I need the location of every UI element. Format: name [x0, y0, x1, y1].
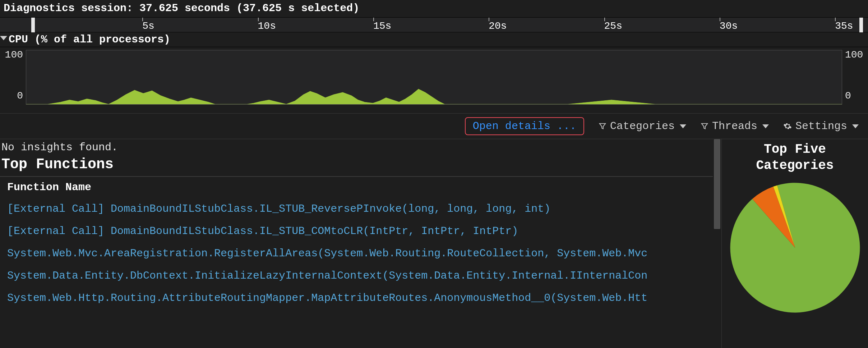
cpu-chart[interactable]: 100 0 100 0: [0, 47, 868, 114]
details-toolbar: Open details ... Categories Threads Sett…: [0, 114, 868, 139]
categories-dropdown[interactable]: Categories: [599, 120, 686, 132]
cpu-y-min-left: 0: [0, 90, 23, 101]
cpu-y-min-right: 0: [845, 90, 868, 101]
cpu-y-max-right: 100: [845, 49, 868, 60]
chevron-down-icon: [680, 124, 686, 128]
timeline-tick: 25s: [604, 18, 622, 32]
categories-label: Categories: [610, 120, 675, 132]
cpu-plot-area[interactable]: [26, 50, 842, 105]
top-categories-pane: Top FiveCategories: [721, 139, 868, 348]
timeline-ruler[interactable]: 5s 10s 15s 20s 25s 30s 35s: [0, 17, 868, 32]
settings-label: Settings: [795, 120, 847, 132]
threads-dropdown[interactable]: Threads: [701, 120, 769, 132]
function-row[interactable]: System.Data.Entity.DbContext.InitializeL…: [0, 265, 713, 287]
top-functions-heading: Top Functions: [0, 154, 713, 177]
cpu-header-label: CPU (% of all processors): [9, 33, 170, 46]
cpu-area-svg: [26, 50, 842, 104]
function-row[interactable]: System.Web.Mvc.AreaRegistration.Register…: [0, 242, 713, 265]
top-categories-pie[interactable]: [727, 179, 863, 316]
filter-icon: [701, 122, 708, 130]
no-insights-text: No insights found.: [0, 139, 713, 154]
settings-dropdown[interactable]: Settings: [783, 120, 859, 132]
top-functions-pane: No insights found. Top Functions Functio…: [0, 139, 713, 348]
chevron-down-icon: [762, 124, 769, 128]
selection-caret-right[interactable]: [859, 18, 863, 33]
filter-icon: [599, 122, 606, 130]
gear-icon: [783, 122, 792, 130]
cpu-section-header[interactable]: CPU (% of all processors): [0, 32, 868, 47]
function-name-column-header[interactable]: Function Name: [0, 177, 713, 198]
function-row[interactable]: System.Web.Http.Routing.AttributeRouting…: [0, 287, 713, 309]
timeline-tick: 5s: [142, 18, 154, 32]
timeline-tick: 20s: [489, 18, 507, 32]
timeline-tick: 10s: [258, 18, 276, 32]
chevron-down-icon[interactable]: [0, 36, 7, 40]
timeline-tick: 30s: [720, 18, 738, 32]
cpu-y-max-left: 100: [0, 49, 23, 60]
top-categories-title: Top FiveCategories: [753, 139, 836, 176]
function-row[interactable]: [External Call] DomainBoundILStubClass.I…: [0, 198, 713, 220]
function-list: [External Call] DomainBoundILStubClass.I…: [0, 198, 713, 309]
timeline-tick: 15s: [373, 18, 391, 32]
top-categories-title-text: Top FiveCategories: [756, 142, 834, 173]
selection-caret-left[interactable]: [31, 18, 35, 33]
threads-label: Threads: [712, 120, 757, 132]
timeline-tick: 35s: [835, 18, 853, 32]
scrollbar-thumb[interactable]: [714, 139, 720, 229]
function-row[interactable]: [External Call] DomainBoundILStubClass.I…: [0, 220, 713, 242]
open-details-link[interactable]: Open details ...: [465, 117, 584, 135]
chevron-down-icon: [852, 124, 859, 128]
session-title: Diagnostics session: 37.625 seconds (37.…: [0, 0, 868, 17]
vertical-scrollbar[interactable]: [713, 139, 721, 348]
